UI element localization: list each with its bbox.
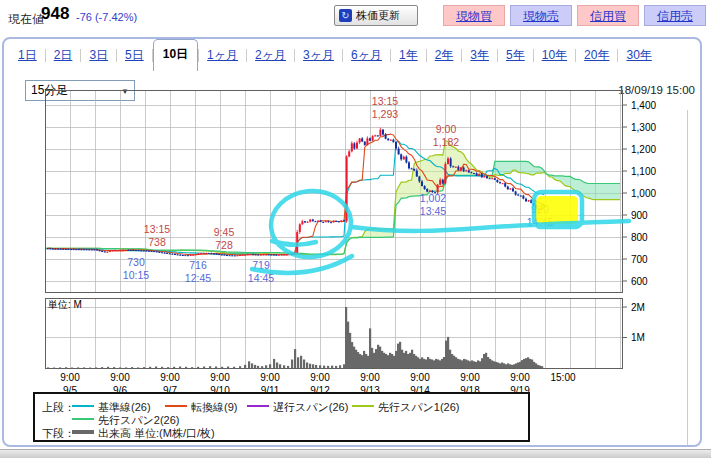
senkou1-legend-label: 先行スパン1(26) (378, 400, 459, 415)
tab-30年[interactable]: 30年 (618, 43, 659, 68)
refresh-icon: ↻ (339, 9, 352, 22)
svg-text:15:00: 15:00 (550, 372, 575, 383)
svg-text:600: 600 (631, 276, 648, 287)
tenkan-legend-label: 転換線(9) (191, 400, 237, 415)
svg-text:9:00: 9:00 (510, 372, 530, 383)
trade-button-2[interactable]: 信用買 (577, 5, 639, 26)
tab-6ヶ月[interactable]: 6ヶ月 (343, 43, 390, 68)
svg-text:9:00: 9:00 (460, 372, 480, 383)
svg-text:9:00: 9:00 (260, 372, 280, 383)
current-price-value: 948 (41, 4, 69, 24)
horizontal-scrollbar[interactable] (0, 449, 711, 458)
chart-legend: 上段： 基準線(26) 転換線(9) 遅行スパン(26) 先行スパン1(26) … (33, 392, 530, 442)
senkou2-line-swatch (72, 418, 94, 420)
svg-text:9:00: 9:00 (436, 123, 457, 135)
volume-panel-border (45, 298, 622, 368)
svg-text:800: 800 (631, 232, 648, 243)
svg-text:1,300: 1,300 (631, 122, 656, 133)
svg-text:1,000: 1,000 (631, 188, 656, 199)
legend-lower-label: 下段： (42, 426, 75, 441)
tab-2ヶ月[interactable]: 2ヶ月 (247, 43, 294, 68)
tab-1ヶ月[interactable]: 1ヶ月 (199, 43, 246, 68)
refresh-quote-button[interactable]: ↻ 株価更新 (334, 5, 418, 26)
drawn-dash-annotation (272, 241, 316, 245)
svg-text:900: 900 (631, 210, 648, 221)
current-price-label: 現在値 (8, 11, 44, 28)
volume-swatch (72, 430, 94, 434)
refresh-label: 株価更新 (356, 8, 400, 23)
tab-3ヶ月[interactable]: 3ヶ月 (295, 43, 342, 68)
svg-text:738: 738 (148, 236, 166, 248)
tab-5年[interactable]: 5年 (498, 43, 533, 68)
tab-3日[interactable]: 3日 (81, 43, 116, 68)
tab-10日[interactable]: 10日 (153, 39, 198, 71)
svg-text:13:45: 13:45 (420, 205, 446, 217)
yellow-highlight-marker (536, 196, 578, 224)
trade-button-0[interactable]: 現物買 (443, 5, 505, 26)
volume-legend-label: 出来高 単位:(M株/口/枚) (98, 426, 215, 441)
kijun-line-swatch (72, 405, 94, 407)
svg-text:1,200: 1,200 (631, 144, 656, 155)
svg-text:9:00: 9:00 (410, 372, 430, 383)
price-change: -76 (-7.42%) (76, 11, 137, 23)
drawn-circle-annotation (268, 187, 354, 261)
tab-3年[interactable]: 3年 (462, 43, 497, 68)
svg-text:9:45: 9:45 (214, 226, 235, 238)
senkou1-line-swatch (352, 405, 374, 407)
tab-20年[interactable]: 20年 (576, 43, 617, 68)
svg-text:12:45: 12:45 (185, 272, 211, 284)
trade-button-1[interactable]: 現物売 (510, 5, 572, 26)
volume-unit-label: 単位: M (47, 299, 82, 310)
svg-text:9:00: 9:00 (210, 372, 230, 383)
svg-text:730: 730 (127, 256, 145, 268)
svg-text:1,400: 1,400 (631, 100, 656, 111)
svg-text:9:00: 9:00 (310, 372, 330, 383)
top-bar: 現在値 948 -76 (-7.42%) ↻ 株価更新 現物買現物売信用買信用売 (0, 0, 711, 36)
svg-text:1,182: 1,182 (433, 136, 459, 148)
chikou-legend-label: 遅行スパン(26) (273, 400, 348, 415)
svg-text:10:15: 10:15 (123, 269, 149, 281)
svg-text:9:00: 9:00 (360, 372, 380, 383)
svg-text:1,293: 1,293 (372, 108, 398, 120)
svg-text:728: 728 (215, 239, 233, 251)
legend-upper-label: 上段： (42, 400, 75, 415)
svg-text:716: 716 (189, 259, 207, 271)
svg-text:1,100: 1,100 (631, 166, 656, 177)
svg-text:9:00: 9:00 (60, 372, 80, 383)
chikou-line-swatch (247, 405, 269, 407)
svg-text:9:00: 9:00 (110, 372, 130, 383)
tab-5日[interactable]: 5日 (117, 43, 152, 68)
svg-text:9:00: 9:00 (160, 372, 180, 383)
trade-button-3[interactable]: 信用売 (644, 5, 706, 26)
tab-10年[interactable]: 10年 (534, 43, 575, 68)
tab-2年[interactable]: 2年 (427, 43, 462, 68)
tab-1日[interactable]: 1日 (10, 43, 45, 68)
grid-lines (45, 90, 622, 368)
tab-1年[interactable]: 1年 (391, 43, 426, 68)
period-tabs: 1日2日3日5日10日1ヶ月2ヶ月3ヶ月6ヶ月1年2年3年5年10年20年30年 (10, 41, 660, 69)
svg-text:1,002: 1,002 (420, 192, 446, 204)
panel-divider (687, 110, 688, 445)
svg-text:1M: 1M (631, 332, 645, 343)
tenkan-line-swatch (165, 405, 187, 407)
svg-text:13:15: 13:15 (372, 95, 398, 107)
svg-text:700: 700 (631, 254, 648, 265)
svg-text:2M: 2M (631, 302, 645, 313)
tab-2日[interactable]: 2日 (46, 43, 81, 68)
svg-text:13:15: 13:15 (144, 223, 170, 235)
